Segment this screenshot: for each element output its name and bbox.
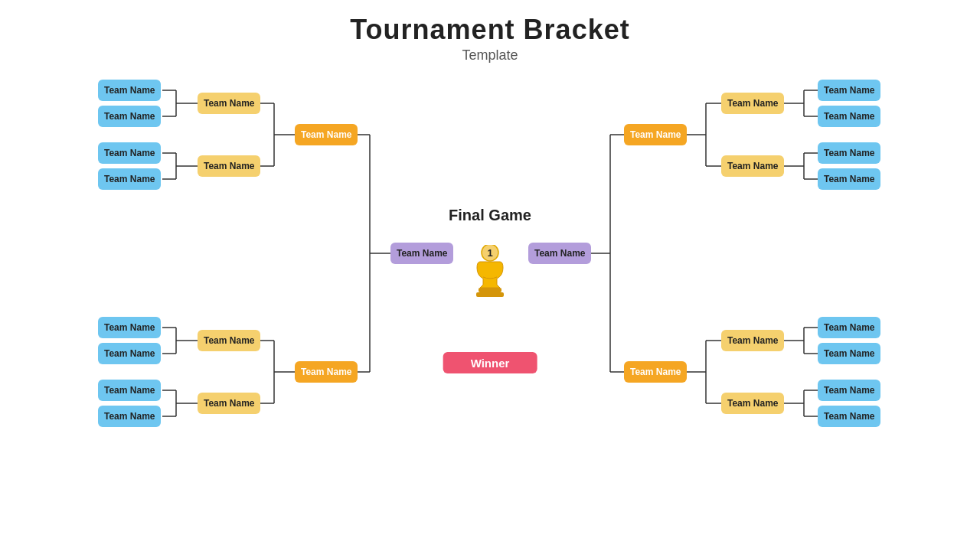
trophy-container: 1 (463, 245, 517, 306)
team-finalist-left[interactable]: Team Name (390, 243, 453, 264)
team-l5-2[interactable]: Team Name (198, 393, 260, 414)
team-r5-1[interactable]: Team Name (721, 330, 784, 351)
team-l4-2[interactable]: Team Name (98, 343, 161, 364)
team-r2-1[interactable]: Team Name (721, 93, 784, 114)
team-r4-3[interactable]: Team Name (818, 380, 880, 401)
team-r1-3[interactable]: Team Name (818, 142, 880, 164)
team-l6-1[interactable]: Team Name (295, 361, 358, 383)
svg-rect-58 (479, 288, 501, 292)
team-l1-3[interactable]: Team Name (98, 142, 161, 164)
team-r3-1[interactable]: Team Name (624, 124, 687, 145)
svg-rect-59 (476, 292, 504, 297)
page-title: Tournament Bracket (0, 0, 980, 46)
team-l2-2[interactable]: Team Name (198, 155, 260, 177)
team-r4-2[interactable]: Team Name (818, 343, 880, 364)
winner-box[interactable]: Winner (443, 352, 537, 373)
team-finalist-right[interactable]: Team Name (528, 243, 591, 264)
team-l4-1[interactable]: Team Name (98, 317, 161, 338)
team-l4-4[interactable]: Team Name (98, 406, 161, 427)
team-r6-1[interactable]: Team Name (624, 361, 687, 383)
team-l1-4[interactable]: Team Name (98, 168, 161, 190)
page: Tournament Bracket Template (0, 0, 980, 551)
svg-text:1: 1 (487, 247, 492, 259)
team-l3-1[interactable]: Team Name (295, 124, 358, 145)
team-l1-1[interactable]: Team Name (98, 80, 161, 101)
final-game-label: Final Game (449, 207, 531, 224)
team-r4-1[interactable]: Team Name (818, 317, 880, 338)
final-game-section: Final Game (449, 207, 531, 227)
team-r1-1[interactable]: Team Name (818, 80, 880, 101)
page-subtitle: Template (0, 47, 980, 64)
team-l4-3[interactable]: Team Name (98, 380, 161, 401)
team-r5-2[interactable]: Team Name (721, 393, 784, 414)
team-r1-2[interactable]: Team Name (818, 106, 880, 127)
team-r4-4[interactable]: Team Name (818, 406, 880, 427)
team-r1-4[interactable]: Team Name (818, 168, 880, 190)
team-r2-2[interactable]: Team Name (721, 155, 784, 177)
team-l5-1[interactable]: Team Name (198, 330, 260, 351)
team-l1-2[interactable]: Team Name (98, 106, 161, 127)
team-l2-1[interactable]: Team Name (198, 93, 260, 114)
